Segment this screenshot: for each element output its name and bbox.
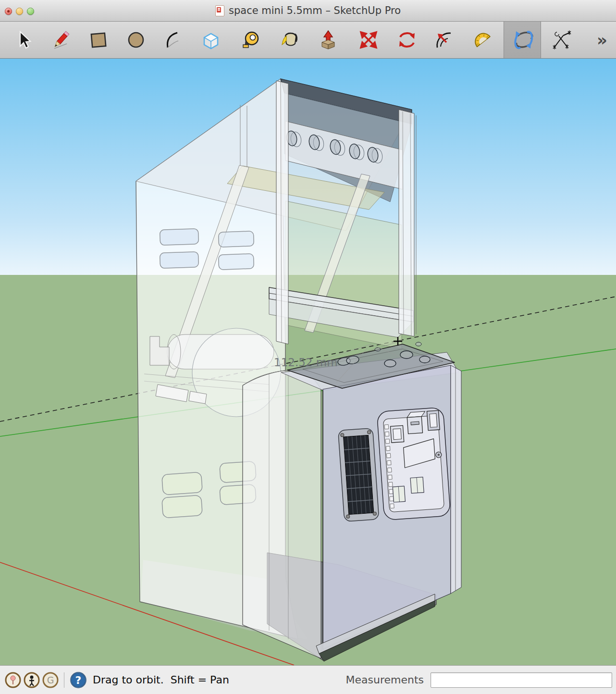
rotate-tool-button[interactable] xyxy=(395,27,419,52)
pencil-icon xyxy=(50,29,72,50)
rotate-icon xyxy=(396,29,418,50)
tape-measure-icon xyxy=(241,29,262,50)
status-hint: Drag to orbit. Shift = Pan xyxy=(93,674,229,686)
paint-bucket-icon xyxy=(279,29,300,50)
svg-text:G: G xyxy=(47,675,54,685)
axes-icon xyxy=(551,29,572,50)
push-pull-icon xyxy=(318,29,339,50)
protractor-icon xyxy=(472,29,493,50)
follow-me-icon xyxy=(433,29,455,50)
geolocation-pin-icon[interactable] xyxy=(5,672,21,688)
select-cursor-icon xyxy=(13,29,34,50)
move-arrows-icon xyxy=(358,29,379,50)
dimension-label: 112.52 mm xyxy=(274,356,338,369)
orbit-icon xyxy=(513,29,534,50)
zoom-button[interactable] xyxy=(27,8,34,15)
protractor-tool-button[interactable] xyxy=(471,27,494,52)
statusbar-divider xyxy=(64,672,64,688)
follow-me-tool-button[interactable] xyxy=(432,27,456,52)
move-tool-button[interactable] xyxy=(357,27,380,52)
select-tool-button[interactable] xyxy=(12,27,35,52)
help-icon[interactable]: ? xyxy=(70,671,87,689)
vent-grille xyxy=(338,428,379,522)
paint-bucket-tool-button[interactable] xyxy=(278,27,301,52)
coin-door xyxy=(377,407,450,520)
make-component-tool-button[interactable] xyxy=(199,27,222,52)
measurements-label: Measurements xyxy=(346,674,424,686)
push-pull-tool-button[interactable] xyxy=(317,27,340,52)
title-bar: space mini 5.5mm – SketchUp Pro xyxy=(0,0,616,22)
rectangle-tool-button[interactable] xyxy=(87,27,110,52)
rectangle-icon xyxy=(88,29,109,50)
window-controls xyxy=(5,8,34,15)
orbit-tool-button[interactable] xyxy=(512,27,535,52)
main-toolbar: » xyxy=(0,22,616,59)
line-tool-button[interactable] xyxy=(49,27,73,52)
g-badge-icon[interactable]: G xyxy=(42,672,59,688)
arc-icon xyxy=(162,29,183,50)
component-box-icon xyxy=(200,29,222,50)
circle-icon xyxy=(125,29,147,50)
window-title: space mini 5.5mm – SketchUp Pro xyxy=(229,5,401,16)
overflow-chevron-icon: » xyxy=(597,32,607,48)
svg-text:?: ? xyxy=(75,674,82,686)
status-bar: G ? Drag to orbit. Shift = Pan Measureme… xyxy=(0,665,616,694)
sketchup-document-icon xyxy=(215,5,224,16)
person-icon[interactable] xyxy=(24,672,40,688)
tape-measure-tool-button[interactable] xyxy=(240,27,263,52)
arc-tool-button[interactable] xyxy=(161,27,184,52)
modeling-viewport[interactable]: 112.52 mm xyxy=(0,59,616,665)
toolbar-overflow-button[interactable]: » xyxy=(591,27,614,52)
circle-tool-button[interactable] xyxy=(124,27,148,52)
axes-tool-button[interactable] xyxy=(550,27,573,52)
minimize-button[interactable] xyxy=(16,8,23,15)
close-button[interactable] xyxy=(5,8,12,15)
measurements-input[interactable] xyxy=(431,672,612,688)
viewport-3d-scene[interactable]: 112.52 mm xyxy=(0,59,616,665)
